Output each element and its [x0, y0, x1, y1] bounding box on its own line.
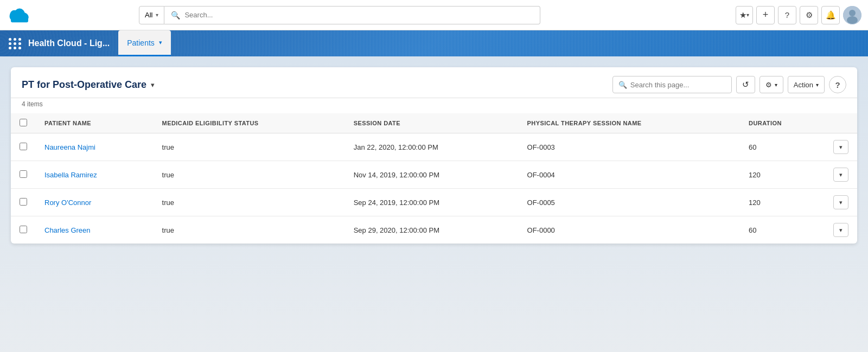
help-button[interactable]: ?	[778, 6, 796, 24]
gear-chevron: ▾	[775, 82, 777, 88]
tab-patients[interactable]: Patients ▾	[118, 30, 171, 56]
svg-point-7	[847, 16, 858, 24]
session-date-cell-3: Sep 29, 2020, 12:00:00 PM	[345, 216, 519, 244]
session-date-cell-1: Nov 14, 2019, 12:00:00 PM	[345, 161, 519, 189]
th-duration: DURATION	[740, 113, 825, 133]
card-help-icon: ?	[835, 80, 840, 89]
favorites-button[interactable]: ★ ▾	[736, 6, 753, 24]
add-button[interactable]: +	[756, 6, 775, 24]
medicaid-cell-1: true	[154, 161, 345, 189]
row-checkbox-0[interactable]	[20, 143, 27, 150]
notifications-button[interactable]: 🔔	[821, 6, 840, 24]
patient-name-link-1[interactable]: Isabella Ramirez	[44, 171, 97, 179]
search-page-icon: 🔍	[618, 81, 627, 89]
star-icon: ★	[739, 10, 746, 20]
search-scope-btn[interactable]: All ▾	[139, 6, 164, 24]
duration-cell-3: 60	[740, 216, 825, 244]
svg-rect-4	[11, 16, 28, 22]
row-action-btn-0[interactable]: ▾	[833, 140, 848, 154]
help-icon: ?	[785, 10, 789, 20]
search-icon: 🔍	[171, 11, 180, 20]
medicaid-cell-0: true	[154, 133, 345, 161]
patients-table: PATIENT NAME MEDICAID ELIGIBILITY STATUS…	[11, 113, 857, 244]
gear-icon: ⚙	[765, 81, 772, 89]
table-row: Isabella Ramirez true Nov 14, 2019, 12:0…	[11, 161, 857, 189]
search-page-input[interactable]	[630, 81, 726, 89]
patient-name-cell-2: Rory O'Connor	[36, 189, 154, 216]
tab-patients-chevron: ▾	[159, 39, 162, 46]
bell-icon: 🔔	[826, 10, 836, 20]
table-row: Naureena Najmi true Jan 22, 2020, 12:00:…	[11, 133, 857, 161]
search-page-wrap: 🔍	[612, 76, 732, 93]
refresh-button[interactable]: ↺	[736, 76, 755, 93]
add-icon: +	[763, 9, 769, 21]
pt-session-name-cell-0: OF-0003	[519, 133, 740, 161]
action-label: Action	[794, 81, 813, 89]
action-button[interactable]: Action ▾	[788, 76, 825, 93]
settings-icon: ⚙	[806, 10, 813, 20]
row-checkbox-cell	[11, 161, 36, 189]
card-help-button[interactable]: ?	[829, 76, 846, 93]
row-action-cell-1: ▾	[825, 161, 857, 189]
table-row: Rory O'Connor true Sep 24, 2019, 12:00:0…	[11, 189, 857, 216]
patient-name-link-0[interactable]: Naureena Najmi	[44, 143, 95, 151]
medicaid-cell-3: true	[154, 216, 345, 244]
medicaid-cell-2: true	[154, 189, 345, 216]
session-date-cell-0: Jan 22, 2020, 12:00:00 PM	[345, 133, 519, 161]
grid-icon	[9, 38, 22, 49]
th-session-date: SESSION DATE	[345, 113, 519, 133]
table-row: Charles Green true Sep 29, 2020, 12:00:0…	[11, 216, 857, 244]
select-all-checkbox[interactable]	[20, 119, 27, 126]
duration-cell-1: 120	[740, 161, 825, 189]
patient-name-cell-1: Isabella Ramirez	[36, 161, 154, 189]
row-action-btn-3[interactable]: ▾	[833, 223, 848, 237]
nav-actions: ★ ▾ + ? ⚙ 🔔	[736, 6, 861, 24]
user-avatar-button[interactable]	[843, 6, 861, 24]
duration-cell-0: 60	[740, 133, 825, 161]
th-checkbox	[11, 113, 36, 133]
card-header: PT for Post-Operative Care ▾ 🔍 ↺ ⚙ ▾ Act…	[11, 67, 857, 98]
th-pt-session-name: PHYSICAL THERAPY SESSION NAME	[519, 113, 740, 133]
tab-patients-label: Patients	[127, 39, 155, 47]
row-checkbox-2[interactable]	[20, 198, 27, 206]
settings-gear-button[interactable]: ⚙ ▾	[760, 76, 783, 93]
search-scope-chevron: ▾	[156, 12, 158, 18]
pt-session-name-cell-1: OF-0004	[519, 161, 740, 189]
app-title: Health Cloud - Lig...	[28, 30, 110, 56]
row-action-btn-1[interactable]: ▾	[833, 168, 848, 182]
patient-name-link-2[interactable]: Rory O'Connor	[44, 199, 91, 207]
patient-name-cell-0: Naureena Najmi	[36, 133, 154, 161]
row-checkbox-cell	[11, 133, 36, 161]
session-date-cell-2: Sep 24, 2019, 12:00:00 PM	[345, 189, 519, 216]
patient-name-cell-3: Charles Green	[36, 216, 154, 244]
patient-name-link-3[interactable]: Charles Green	[44, 226, 91, 234]
row-action-cell-2: ▾	[825, 189, 857, 216]
search-input[interactable]	[184, 11, 533, 19]
search-scope-label: All	[145, 11, 152, 19]
action-chevron: ▾	[816, 82, 819, 88]
card-toolbar: 🔍 ↺ ⚙ ▾ Action ▾ ?	[612, 76, 846, 93]
refresh-icon: ↺	[742, 80, 749, 89]
card-title-chevron[interactable]: ▾	[151, 81, 155, 89]
settings-button[interactable]: ⚙	[800, 6, 818, 24]
th-row-action	[825, 113, 857, 133]
search-input-wrap: 🔍	[164, 6, 540, 24]
row-checkbox-cell	[11, 189, 36, 216]
favorites-chevron: ▾	[746, 12, 749, 18]
duration-cell-2: 120	[740, 189, 825, 216]
sf-logo[interactable]	[7, 5, 33, 25]
app-menu-button[interactable]	[9, 30, 22, 56]
row-action-cell-0: ▾	[825, 133, 857, 161]
th-medicaid: MEDICAID ELIGIBILITY STATUS	[154, 113, 345, 133]
list-card: PT for Post-Operative Care ▾ 🔍 ↺ ⚙ ▾ Act…	[11, 67, 857, 244]
data-table-wrap: PATIENT NAME MEDICAID ELIGIBILITY STATUS…	[11, 113, 857, 244]
row-checkbox-3[interactable]	[20, 226, 27, 233]
app-bar: Health Cloud - Lig... Patients ▾	[0, 30, 868, 56]
row-action-btn-2[interactable]: ▾	[833, 195, 848, 209]
pt-session-name-cell-3: OF-0000	[519, 216, 740, 244]
row-checkbox-1[interactable]	[20, 170, 27, 178]
main-content: PT for Post-Operative Care ▾ 🔍 ↺ ⚙ ▾ Act…	[0, 56, 868, 352]
pt-session-name-cell-2: OF-0005	[519, 189, 740, 216]
svg-point-6	[849, 10, 856, 16]
row-action-cell-3: ▾	[825, 216, 857, 244]
